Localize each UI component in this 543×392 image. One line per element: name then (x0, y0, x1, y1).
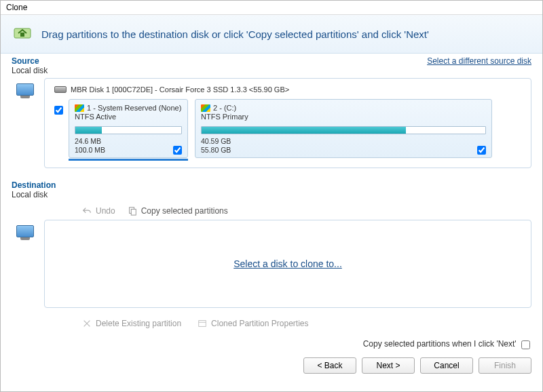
select-destination-disk-link[interactable]: Select a disk to clone to... (233, 258, 342, 269)
auto-copy-label[interactable]: Copy selected partitions when I click 'N… (363, 339, 530, 349)
svg-rect-1 (20, 33, 24, 37)
partition-total: 100.0 MB (75, 146, 182, 155)
partition-used: 40.59 GB (201, 137, 486, 146)
partition-1[interactable]: 1 - System Reserved (None)NTFS Active24.… (69, 99, 188, 158)
windows-flag-icon (75, 104, 84, 112)
select-all-partitions-checkbox[interactable] (54, 106, 63, 115)
source-disk-header: MBR Disk 1 [000C72DE] - Corsair Force 3 … (54, 85, 521, 94)
cloned-partition-properties-button[interactable]: Cloned Partition Properties (198, 319, 308, 328)
back-button[interactable]: < Back (303, 357, 356, 374)
partition-title: 2 - (C:) (213, 104, 236, 112)
copy-selected-partitions-button[interactable]: Copy selected partitions (128, 206, 228, 216)
partition-2[interactable]: 2 - (C:)NTFS Primary40.59 GB55.80 GB (195, 99, 492, 158)
destination-computer-icon (12, 220, 39, 308)
source-title: Source (12, 56, 39, 66)
delete-existing-partition-button[interactable]: Delete Existing partition (82, 319, 181, 328)
partition-checkbox[interactable] (477, 146, 486, 155)
svg-rect-3 (131, 210, 136, 216)
next-button[interactable]: Next > (362, 357, 415, 374)
partition-fs: NTFS Primary (201, 113, 486, 121)
source-subtitle: Local disk (1, 66, 542, 78)
partition-title: 1 - System Reserved (None) (87, 104, 181, 112)
cancel-button[interactable]: Cancel (420, 357, 473, 374)
instruction-text: Drag partitions to the destination disk … (41, 28, 429, 40)
source-disk-label: MBR Disk 1 [000C72DE] - Corsair Force 3 … (71, 85, 289, 94)
partition-used: 24.6 MB (75, 137, 182, 146)
usage-bar (201, 126, 486, 134)
undo-icon (82, 206, 92, 216)
source-computer-icon (12, 78, 39, 168)
properties-icon (198, 319, 207, 328)
select-different-source-link[interactable]: Select a different source disk (427, 56, 531, 66)
partition-checkbox[interactable] (173, 146, 182, 155)
undo-button[interactable]: Undo (82, 206, 115, 216)
auto-copy-checkbox[interactable] (521, 340, 530, 349)
windows-flag-icon (201, 104, 210, 112)
source-disk-panel: MBR Disk 1 [000C72DE] - Corsair Force 3 … (44, 78, 531, 168)
partition-fs: NTFS Active (75, 113, 182, 121)
partition-total: 55.80 GB (201, 146, 486, 155)
copy-icon (128, 206, 137, 216)
usage-bar (75, 126, 182, 134)
destination-disk-panel: Select a disk to clone to... (44, 220, 531, 308)
finish-button[interactable]: Finish (479, 357, 531, 374)
svg-rect-4 (199, 321, 206, 327)
instruction-banner: Drag partitions to the destination disk … (1, 15, 542, 54)
destination-subtitle: Local disk (1, 190, 542, 202)
hdd-icon (54, 86, 67, 93)
window-title: Clone (1, 1, 542, 15)
clone-wizard-icon (12, 23, 33, 45)
destination-title: Destination (12, 180, 56, 190)
delete-icon (82, 319, 92, 328)
